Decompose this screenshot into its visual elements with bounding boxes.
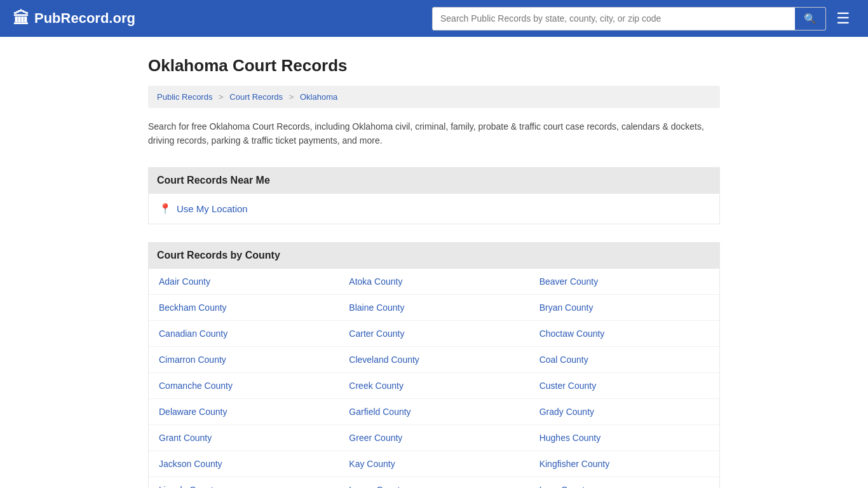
list-item: Hughes County [529,425,719,451]
county-link[interactable]: Canadian County [159,329,227,339]
list-item: Grady County [529,399,719,425]
search-bar: 🔍 [432,7,826,30]
breadcrumb: Public Records > Court Records > Oklahom… [148,86,720,108]
list-item: Custer County [529,373,719,399]
county-link[interactable]: Custer County [539,381,596,391]
county-section-header: Court Records by County [148,242,720,269]
breadcrumb-public-records[interactable]: Public Records [157,92,212,102]
near-me-body: 📍 Use My Location [148,194,720,224]
breadcrumb-sep-1: > [219,92,224,102]
list-item: Jackson County [149,451,339,477]
county-link[interactable]: Cleveland County [349,355,419,365]
page-description: Search for free Oklahoma Court Records, … [148,119,720,148]
county-link[interactable]: Comanche County [159,381,233,391]
use-location-link[interactable]: 📍 Use My Location [159,203,709,215]
county-link[interactable]: Logan County [349,485,404,488]
list-item: Logan County [339,477,529,488]
use-location-label: Use My Location [177,203,248,214]
county-link[interactable]: Adair County [159,276,210,287]
breadcrumb-court-records[interactable]: Court Records [229,92,283,102]
county-link[interactable]: Lincoln County [159,485,218,488]
location-icon: 📍 [159,203,172,215]
near-me-section: Court Records Near Me 📍 Use My Location [148,167,720,224]
county-link[interactable]: Greer County [349,433,402,443]
list-item: Choctaw County [529,321,719,347]
county-link[interactable]: Grady County [539,407,594,417]
list-item: Coal County [529,347,719,373]
county-link[interactable]: Bryan County [539,302,593,313]
county-link[interactable]: Grant County [159,433,212,443]
county-link[interactable]: Beaver County [539,276,599,287]
near-me-header: Court Records Near Me [148,167,720,194]
list-item: Delaware County [149,399,339,425]
county-link[interactable]: Kingfisher County [539,459,610,469]
list-item: Carter County [339,321,529,347]
list-item: Greer County [339,425,529,451]
county-section: Court Records by County Adair CountyAtok… [148,242,720,488]
list-item: Atoka County [339,269,529,295]
county-link[interactable]: Choctaw County [539,329,605,339]
county-link[interactable]: Cimarron County [159,355,226,365]
breadcrumb-oklahoma[interactable]: Oklahoma [300,92,337,102]
county-link[interactable]: Kay County [349,459,395,469]
search-input[interactable] [433,8,795,29]
county-link[interactable]: Coal County [539,355,588,365]
menu-button[interactable]: ☰ [831,7,855,30]
county-grid: Adair CountyAtoka CountyBeaver CountyBec… [148,269,720,488]
county-link[interactable]: Atoka County [349,276,402,287]
county-link[interactable]: Garfield County [349,407,410,417]
list-item: Canadian County [149,321,339,347]
header-right: 🔍 ☰ [432,7,855,30]
hamburger-icon: ☰ [836,10,850,27]
list-item: Love County [529,477,719,488]
county-link[interactable]: Love County [539,485,590,488]
site-logo[interactable]: 🏛 PubRecord.org [13,9,135,29]
logo-icon: 🏛 [13,9,29,29]
county-link[interactable]: Delaware County [159,407,227,417]
list-item: Adair County [149,269,339,295]
list-item: Kay County [339,451,529,477]
county-link[interactable]: Blaine County [349,302,404,313]
county-link[interactable]: Hughes County [539,433,601,443]
list-item: Creek County [339,373,529,399]
list-item: Cleveland County [339,347,529,373]
breadcrumb-sep-2: > [289,92,294,102]
county-link[interactable]: Creek County [349,381,403,391]
search-button[interactable]: 🔍 [795,8,825,30]
list-item: Comanche County [149,373,339,399]
list-item: Blaine County [339,295,529,321]
site-header: 🏛 PubRecord.org 🔍 ☰ [0,0,868,37]
list-item: Beckham County [149,295,339,321]
county-link[interactable]: Carter County [349,329,404,339]
list-item: Grant County [149,425,339,451]
list-item: Kingfisher County [529,451,719,477]
main-content: Oklahoma Court Records Public Records > … [135,37,733,488]
list-item: Garfield County [339,399,529,425]
logo-text: PubRecord.org [34,10,135,27]
county-link[interactable]: Beckham County [159,302,227,313]
list-item: Beaver County [529,269,719,295]
page-title: Oklahoma Court Records [148,56,720,76]
list-item: Lincoln County [149,477,339,488]
list-item: Cimarron County [149,347,339,373]
search-icon: 🔍 [804,13,817,24]
county-link[interactable]: Jackson County [159,459,222,469]
list-item: Bryan County [529,295,719,321]
